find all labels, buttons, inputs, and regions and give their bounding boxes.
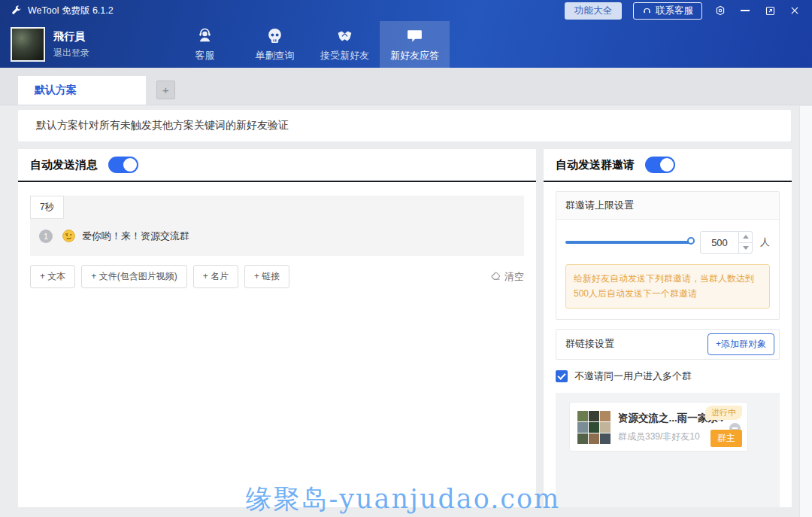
no-duplicate-invite-label: 不邀请同一用户进入多个群 [574, 370, 692, 383]
handshake-icon [335, 26, 354, 45]
no-duplicate-invite-row: 不邀请同一用户进入多个群 [556, 370, 780, 383]
message-row[interactable]: 1 爱你哟！来！资源交流群 [30, 219, 524, 256]
invite-limit-slider[interactable] [565, 241, 692, 244]
invite-notice: 给新好友自动发送下列群邀请，当群人数达到500人后自动发送下一个群邀请 [565, 264, 770, 309]
message-text: 爱你哟！来！资源交流群 [82, 230, 189, 243]
nav-item-accept-friends[interactable]: 接受新好友 [310, 21, 380, 68]
invite-limit-input[interactable]: 500 [700, 231, 753, 254]
skull-icon [265, 26, 284, 45]
titlebar: WeTool 免费版 6.1.2 功能大全 联系客服 [0, 0, 812, 21]
unit-label: 人 [760, 236, 770, 249]
minimize-button[interactable] [738, 4, 752, 17]
invite-limit-value[interactable]: 500 [701, 232, 738, 253]
add-tab-button[interactable]: + [156, 81, 175, 99]
contact-support-button[interactable]: 联系客服 [633, 2, 702, 20]
group-list: 资源交流之...雨一家亲4 群成员339/非好友10 进行中 群主 [556, 393, 780, 507]
user-avatar [11, 27, 45, 62]
group-link-settings-header: 群链接设置 +添加群对象 [556, 329, 780, 360]
nav-bar: 飛行員 退出登录 客服 单删查询 [0, 21, 812, 68]
info-banner: 默认方案针对所有未触发其他方案关键词的新好友验证 [18, 110, 791, 141]
spinner-down-button[interactable] [739, 243, 752, 254]
maximize-button[interactable] [763, 4, 777, 17]
message-list: 7秒 1 爱你哟！来！资源交流群 [30, 196, 524, 256]
group-link-settings-label: 群链接设置 [565, 337, 614, 351]
nav-item-new-friend-reply[interactable]: 新好友应答 [380, 21, 450, 68]
settings-gear-icon[interactable] [714, 4, 727, 17]
user-card: 飛行員 退出登录 [11, 21, 153, 68]
close-button[interactable] [788, 4, 801, 17]
smirk-emoji-icon [62, 229, 76, 243]
no-duplicate-invite-checkbox[interactable] [556, 370, 568, 382]
nav-item-label: 新好友应答 [390, 49, 439, 62]
auto-message-panel: 自动发送消息 7秒 1 爱你哟！来！资源交流群 + 文本 + 文件(包含图片视频… [18, 149, 536, 507]
add-link-button[interactable]: + 链接 [244, 265, 289, 288]
group-avatar [577, 411, 611, 444]
logout-link[interactable]: 退出登录 [53, 47, 89, 59]
role-badge: 群主 [710, 430, 742, 447]
customer-service-icon [195, 26, 214, 45]
scrollbar-track[interactable] [799, 106, 812, 517]
auto-message-toggle[interactable] [108, 157, 138, 173]
auto-message-title: 自动发送消息 [30, 158, 98, 172]
group-card[interactable]: 资源交流之...雨一家亲4 群成员339/非好友10 进行中 群主 [569, 402, 748, 452]
nav-item-customer-service[interactable]: 客服 [170, 21, 240, 68]
chat-bubble-icon [405, 26, 424, 45]
group-invite-panel: 自动发送群邀请 群邀请上限设置 500 [544, 149, 792, 507]
add-card-button[interactable]: + 名片 [193, 265, 238, 288]
info-banner-text: 默认方案针对所有未触发其他方案关键词的新好友验证 [36, 119, 289, 132]
app-header: WeTool 免费版 6.1.2 功能大全 联系客服 [0, 0, 812, 68]
status-badge: 进行中 [705, 406, 742, 420]
nav-item-label: 接受新好友 [320, 49, 369, 62]
group-invite-title: 自动发送群邀请 [556, 158, 635, 172]
headset-icon [642, 6, 652, 16]
tab-default-plan[interactable]: 默认方案 [18, 76, 146, 105]
features-button[interactable]: 功能大全 [565, 2, 622, 20]
nav-item-delete-check[interactable]: 单删查询 [240, 21, 310, 68]
add-group-target-button[interactable]: +添加群对象 [707, 333, 774, 355]
nav-item-label: 客服 [195, 49, 215, 62]
message-actions: + 文本 + 文件(包含图片视频) + 名片 + 链接 清空 [30, 265, 524, 288]
add-file-button[interactable]: + 文件(包含图片视频) [81, 265, 186, 288]
spinner-up-button[interactable] [739, 232, 752, 243]
clear-button[interactable]: 清空 [490, 270, 524, 284]
minus-icon [732, 427, 738, 429]
user-name: 飛行員 [53, 30, 89, 44]
group-members: 群成员339/非好友10 [618, 430, 723, 443]
invite-limit-box: 群邀请上限设置 500 人 给新好友自 [556, 191, 780, 320]
app-window: WeTool 免费版 6.1.2 功能大全 联系客服 [0, 0, 812, 517]
message-delay-chip[interactable]: 7秒 [30, 196, 64, 219]
invite-limit-header: 群邀请上限设置 [556, 192, 779, 220]
nav-item-label: 单删查询 [256, 49, 295, 62]
slider-knob[interactable] [687, 237, 695, 245]
add-text-button[interactable]: + 文本 [30, 265, 75, 288]
message-index-badge: 1 [39, 230, 53, 243]
eraser-icon [490, 271, 501, 282]
group-invite-toggle[interactable] [645, 157, 675, 173]
window-title: WeTool 免费版 6.1.2 [28, 5, 114, 17]
tab-strip: 默认方案 + [0, 68, 812, 105]
wrench-logo-icon [11, 5, 22, 17]
